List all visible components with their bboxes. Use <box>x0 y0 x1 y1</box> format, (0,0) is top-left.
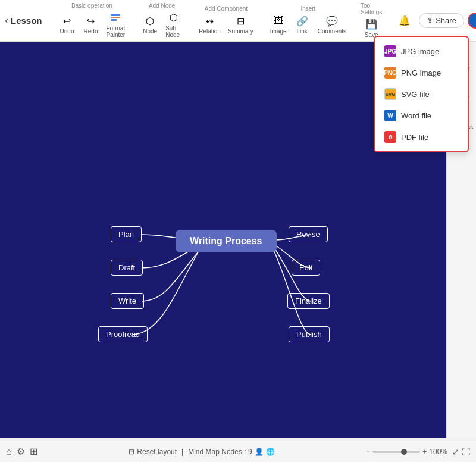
format-painter-label: Format Painter <box>107 25 126 38</box>
fullscreen-button[interactable]: ⛶ <box>462 447 470 457</box>
branch-node-publish[interactable]: Publish <box>289 326 330 342</box>
node-icon: ⬡ <box>143 14 156 27</box>
export-png[interactable]: PNG PNG image <box>375 62 468 83</box>
settings-icon[interactable]: ⚙ <box>17 446 25 457</box>
zoom-slider[interactable] <box>372 451 420 453</box>
image-label: Image <box>270 28 287 35</box>
word-icon: W <box>384 110 396 121</box>
branch-node-plan[interactable]: Plan <box>111 226 142 242</box>
relation-button[interactable]: ↭ Relation <box>196 13 223 36</box>
png-label: PNG image <box>401 68 441 77</box>
undo-button[interactable]: ↩ Undo <box>57 13 78 36</box>
redo-label: Redo <box>84 28 98 35</box>
sub-node-label: Sub Node <box>165 25 182 38</box>
center-node[interactable]: Writing Process <box>176 230 277 252</box>
branch-node-proofread[interactable]: Proofread <box>98 326 148 342</box>
summary-button[interactable]: ⊟ Summary <box>226 13 256 36</box>
relation-icon: ↭ <box>203 14 217 27</box>
add-component-items: ↭ Relation ⊟ Summary <box>196 13 256 36</box>
right-toolbar: 🔔 ⇪ Share ⬆ Export <box>394 13 476 29</box>
proofread-label: Proofread <box>106 330 140 339</box>
share-icon: ⇪ <box>427 16 433 25</box>
branch-node-draft[interactable]: Draft <box>111 260 143 276</box>
share-label: Share <box>436 16 456 25</box>
export-dropdown: JPG JPG image PNG PNG image SVG SVG file… <box>374 36 469 152</box>
back-button[interactable]: ‹ <box>5 13 8 29</box>
bottombar: ⌂ ⚙ ⊞ ⊟ Reset layout | Mind Map Nodes : … <box>0 441 476 462</box>
redo-icon: ↪ <box>84 14 98 27</box>
add-node-items: ⬡ Node ⬡ Sub Node <box>139 10 184 39</box>
format-painter-icon <box>109 11 122 24</box>
comments-label: Comments <box>318 28 346 35</box>
jpg-label: JPG image <box>401 47 439 56</box>
image-icon: 🖼 <box>272 14 285 27</box>
zoom-controls: − + 100% <box>366 448 447 456</box>
topbar: ‹ Lesson Basic operation ↩ Undo ↪ Redo <box>0 0 476 42</box>
export-button[interactable]: ⬆ Export <box>468 13 476 29</box>
tool-settings-label: Tool Settings <box>361 2 382 15</box>
redo-button[interactable]: ↪ Redo <box>80 13 102 36</box>
link-icon: 🔗 <box>296 14 309 27</box>
separator-dot: | <box>181 448 183 456</box>
summary-icon: ⊟ <box>234 14 247 27</box>
insert-items: 🖼 Image 🔗 Link 💬 Comments <box>268 13 349 36</box>
branch-node-edit[interactable]: Edit <box>292 260 320 276</box>
svg-icon: SVG <box>384 88 396 100</box>
revise-label: Revise <box>296 230 320 239</box>
node-button[interactable]: ⬡ Node <box>139 13 161 36</box>
relation-label: Relation <box>199 28 221 35</box>
export-word[interactable]: W Word file <box>375 105 468 126</box>
comments-button[interactable]: 💬 Comments <box>315 13 349 36</box>
image-button[interactable]: 🖼 Image <box>268 13 289 36</box>
zoom-in-button[interactable]: + <box>422 448 427 456</box>
export-jpg[interactable]: JPG JPG image <box>375 40 468 62</box>
tool-settings-group: Tool Settings 💾 Save <box>361 2 382 39</box>
nodes-icon: 👤 <box>255 448 264 456</box>
center-node-label: Writing Process <box>190 236 262 246</box>
zoom-percent: 100% <box>429 448 447 456</box>
basic-operation-label: Basic operation <box>71 2 112 9</box>
sub-node-button[interactable]: ⬡ Sub Node <box>163 10 184 39</box>
share-button[interactable]: ⇪ Share <box>419 13 464 28</box>
format-painter-button[interactable]: Format Painter <box>104 10 128 39</box>
node-label: Node <box>143 28 157 35</box>
basic-operation-group: Basic operation ↩ Undo ↪ Redo Format Pai… <box>57 2 128 39</box>
link-label: Link <box>297 28 308 35</box>
add-component-label: Add Component <box>205 5 248 12</box>
zoom-thumb <box>401 449 407 455</box>
branch-node-finalize[interactable]: Finalize <box>287 293 330 309</box>
pdf-label: PDF file <box>401 133 428 142</box>
reset-layout-icon: ⊟ <box>129 448 134 456</box>
insert-label: Insert <box>300 5 315 12</box>
page-title: Lesson <box>11 15 42 26</box>
branch-node-revise[interactable]: Revise <box>289 226 328 242</box>
globe-icon: 🌐 <box>266 448 275 456</box>
fit-screen-button[interactable]: ⤢ <box>452 447 459 457</box>
basic-operation-items: ↩ Undo ↪ Redo Format Painter <box>57 10 128 39</box>
bell-icon: 🔔 <box>398 14 411 27</box>
plan-label: Plan <box>118 230 134 239</box>
save-icon: 💾 <box>365 18 378 31</box>
add-component-group: Add Component ↭ Relation ⊟ Summary <box>196 5 256 36</box>
nodes-info: ⊟ Reset layout | Mind Map Nodes : 9 👤 🌐 <box>129 448 274 456</box>
grid-icon[interactable]: ⊞ <box>30 446 37 457</box>
insert-group: Insert 🖼 Image 🔗 Link 💬 Comments <box>268 5 349 36</box>
draft-label: Draft <box>118 263 135 272</box>
sub-node-icon: ⬡ <box>167 11 180 24</box>
home-icon[interactable]: ⌂ <box>6 447 12 457</box>
reset-layout-label: Reset layout <box>137 448 177 456</box>
comments-icon: 💬 <box>325 14 339 27</box>
zoom-out-button[interactable]: − <box>366 448 370 456</box>
bell-button[interactable]: 🔔 <box>394 13 415 29</box>
write-label: Write <box>118 296 136 305</box>
branch-node-write[interactable]: Write <box>111 293 144 309</box>
edit-label: Edit <box>299 263 312 272</box>
add-node-label: Add Node <box>149 2 175 9</box>
undo-icon: ↩ <box>61 14 74 27</box>
export-svg[interactable]: SVG SVG file <box>375 83 468 105</box>
link-button[interactable]: 🔗 Link <box>292 13 313 36</box>
publish-label: Publish <box>296 330 322 339</box>
fullscreen-buttons: ⤢ ⛶ <box>452 447 470 457</box>
export-pdf[interactable]: A PDF file <box>375 126 468 148</box>
add-node-group: Add Node ⬡ Node ⬡ Sub Node <box>139 2 184 39</box>
